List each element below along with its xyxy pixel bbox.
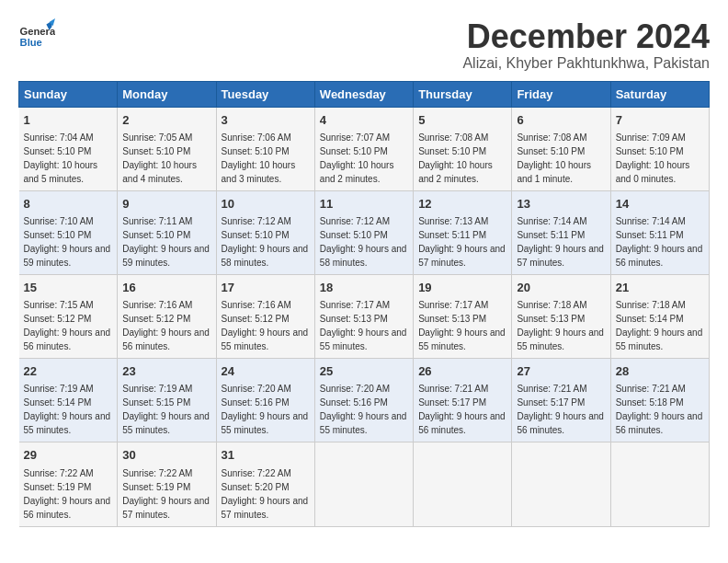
day-info: Sunrise: 7:20 AM Sunset: 5:16 PM Dayligh… — [320, 384, 407, 435]
day-info: Sunrise: 7:07 AM Sunset: 5:10 PM Dayligh… — [320, 132, 394, 184]
calendar-cell: 6Sunrise: 7:08 AM Sunset: 5:10 PM Daylig… — [512, 107, 610, 190]
day-number: 16 — [122, 280, 210, 296]
calendar-cell: 21Sunrise: 7:18 AM Sunset: 5:14 PM Dayli… — [610, 274, 709, 358]
day-info: Sunrise: 7:10 AM Sunset: 5:10 PM Dayligh… — [24, 216, 111, 268]
day-info: Sunrise: 7:14 AM Sunset: 5:11 PM Dayligh… — [517, 216, 604, 268]
weekday-header-sunday: Sunday — [19, 81, 118, 107]
day-number: 3 — [222, 112, 310, 129]
calendar-cell: 19Sunrise: 7:17 AM Sunset: 5:13 PM Dayli… — [414, 274, 512, 358]
svg-text:Blue: Blue — [20, 37, 42, 48]
weekday-header-monday: Monday — [118, 81, 216, 107]
day-number: 25 — [320, 363, 408, 380]
day-number: 18 — [320, 280, 408, 296]
calendar-cell: 16Sunrise: 7:16 AM Sunset: 5:12 PM Dayli… — [118, 274, 216, 358]
day-info: Sunrise: 7:21 AM Sunset: 5:18 PM Dayligh… — [616, 384, 703, 435]
calendar-cell: 2Sunrise: 7:05 AM Sunset: 5:10 PM Daylig… — [118, 107, 216, 190]
location-subtitle: Alizai, Khyber Pakhtunkhwa, Pakistan — [462, 55, 710, 72]
weekday-header-friday: Friday — [512, 81, 610, 107]
calendar-cell: 27Sunrise: 7:21 AM Sunset: 5:17 PM Dayli… — [512, 359, 610, 442]
general-blue-logo-icon: General Blue — [18, 18, 55, 59]
calendar-week-4: 22Sunrise: 7:19 AM Sunset: 5:14 PM Dayli… — [19, 359, 710, 442]
calendar-table: SundayMondayTuesdayWednesdayThursdayFrid… — [18, 81, 710, 527]
calendar-cell: 12Sunrise: 7:13 AM Sunset: 5:11 PM Dayli… — [414, 190, 512, 274]
calendar-cell: 23Sunrise: 7:19 AM Sunset: 5:15 PM Dayli… — [118, 359, 216, 442]
day-info: Sunrise: 7:14 AM Sunset: 5:11 PM Dayligh… — [616, 216, 703, 268]
day-number: 2 — [122, 112, 210, 129]
day-info: Sunrise: 7:11 AM Sunset: 5:10 PM Dayligh… — [122, 216, 210, 268]
day-info: Sunrise: 7:05 AM Sunset: 5:10 PM Dayligh… — [122, 132, 197, 184]
day-info: Sunrise: 7:16 AM Sunset: 5:12 PM Dayligh… — [222, 300, 309, 351]
day-info: Sunrise: 7:22 AM Sunset: 5:19 PM Dayligh… — [122, 468, 210, 520]
calendar-cell: 17Sunrise: 7:16 AM Sunset: 5:12 PM Dayli… — [216, 274, 314, 358]
calendar-cell — [414, 442, 512, 526]
weekday-header-tuesday: Tuesday — [216, 81, 314, 107]
logo: General Blue — [18, 18, 55, 59]
day-info: Sunrise: 7:12 AM Sunset: 5:10 PM Dayligh… — [222, 216, 309, 268]
calendar-body: 1Sunrise: 7:04 AM Sunset: 5:10 PM Daylig… — [19, 107, 710, 526]
day-number: 14 — [616, 196, 704, 213]
calendar-cell — [512, 442, 610, 526]
day-info: Sunrise: 7:08 AM Sunset: 5:10 PM Dayligh… — [517, 132, 591, 184]
calendar-cell: 14Sunrise: 7:14 AM Sunset: 5:11 PM Dayli… — [610, 190, 709, 274]
calendar-cell: 22Sunrise: 7:19 AM Sunset: 5:14 PM Dayli… — [19, 359, 118, 442]
calendar-cell: 31Sunrise: 7:22 AM Sunset: 5:20 PM Dayli… — [216, 442, 314, 526]
day-number: 19 — [418, 280, 506, 296]
day-number: 26 — [418, 363, 506, 380]
calendar-cell: 1Sunrise: 7:04 AM Sunset: 5:10 PM Daylig… — [19, 107, 118, 190]
day-number: 23 — [122, 363, 210, 380]
day-info: Sunrise: 7:18 AM Sunset: 5:13 PM Dayligh… — [517, 300, 604, 351]
day-number: 5 — [418, 112, 506, 129]
day-number: 21 — [616, 280, 704, 296]
day-number: 13 — [517, 196, 605, 213]
day-info: Sunrise: 7:19 AM Sunset: 5:15 PM Dayligh… — [122, 384, 210, 435]
calendar-cell: 9Sunrise: 7:11 AM Sunset: 5:10 PM Daylig… — [118, 190, 216, 274]
calendar-cell: 8Sunrise: 7:10 AM Sunset: 5:10 PM Daylig… — [19, 190, 118, 274]
weekday-header-saturday: Saturday — [610, 81, 709, 107]
weekday-header-wednesday: Wednesday — [314, 81, 413, 107]
day-number: 20 — [517, 280, 605, 296]
calendar-cell: 25Sunrise: 7:20 AM Sunset: 5:16 PM Dayli… — [314, 359, 413, 442]
calendar-cell: 20Sunrise: 7:18 AM Sunset: 5:13 PM Dayli… — [512, 274, 610, 358]
day-info: Sunrise: 7:17 AM Sunset: 5:13 PM Dayligh… — [418, 300, 506, 351]
calendar-cell: 29Sunrise: 7:22 AM Sunset: 5:19 PM Dayli… — [19, 442, 118, 526]
day-number: 6 — [517, 112, 605, 129]
calendar-week-1: 1Sunrise: 7:04 AM Sunset: 5:10 PM Daylig… — [19, 107, 710, 190]
calendar-cell: 30Sunrise: 7:22 AM Sunset: 5:19 PM Dayli… — [118, 442, 216, 526]
day-number: 1 — [24, 112, 113, 129]
title-block: December 2024 Alizai, Khyber Pakhtunkhwa… — [462, 18, 710, 72]
calendar-cell: 15Sunrise: 7:15 AM Sunset: 5:12 PM Dayli… — [19, 274, 118, 358]
month-title: December 2024 — [462, 18, 710, 55]
calendar-cell: 18Sunrise: 7:17 AM Sunset: 5:13 PM Dayli… — [314, 274, 413, 358]
calendar-week-2: 8Sunrise: 7:10 AM Sunset: 5:10 PM Daylig… — [19, 190, 710, 274]
day-info: Sunrise: 7:12 AM Sunset: 5:10 PM Dayligh… — [320, 216, 407, 268]
page-header: General Blue December 2024 Alizai, Khybe… — [18, 18, 710, 72]
day-number: 15 — [24, 280, 113, 296]
day-info: Sunrise: 7:13 AM Sunset: 5:11 PM Dayligh… — [418, 216, 506, 268]
calendar-cell: 13Sunrise: 7:14 AM Sunset: 5:11 PM Dayli… — [512, 190, 610, 274]
calendar-week-3: 15Sunrise: 7:15 AM Sunset: 5:12 PM Dayli… — [19, 274, 710, 358]
day-info: Sunrise: 7:22 AM Sunset: 5:20 PM Dayligh… — [222, 468, 309, 520]
day-info: Sunrise: 7:15 AM Sunset: 5:12 PM Dayligh… — [24, 300, 111, 351]
day-info: Sunrise: 7:21 AM Sunset: 5:17 PM Dayligh… — [517, 384, 604, 435]
calendar-cell: 3Sunrise: 7:06 AM Sunset: 5:10 PM Daylig… — [216, 107, 314, 190]
weekday-row: SundayMondayTuesdayWednesdayThursdayFrid… — [19, 81, 710, 107]
calendar-cell: 28Sunrise: 7:21 AM Sunset: 5:18 PM Dayli… — [610, 359, 709, 442]
day-number: 17 — [222, 280, 310, 296]
calendar-cell: 10Sunrise: 7:12 AM Sunset: 5:10 PM Dayli… — [216, 190, 314, 274]
calendar-cell — [314, 442, 413, 526]
day-info: Sunrise: 7:18 AM Sunset: 5:14 PM Dayligh… — [616, 300, 703, 351]
calendar-cell: 26Sunrise: 7:21 AM Sunset: 5:17 PM Dayli… — [414, 359, 512, 442]
day-number: 12 — [418, 196, 506, 213]
day-number: 8 — [24, 196, 113, 213]
day-number: 30 — [122, 447, 210, 464]
day-number: 4 — [320, 112, 408, 129]
calendar-week-5: 29Sunrise: 7:22 AM Sunset: 5:19 PM Dayli… — [19, 442, 710, 526]
day-number: 29 — [24, 447, 113, 464]
calendar-cell: 4Sunrise: 7:07 AM Sunset: 5:10 PM Daylig… — [314, 107, 413, 190]
day-number: 22 — [24, 363, 113, 380]
calendar-cell — [610, 442, 709, 526]
day-info: Sunrise: 7:16 AM Sunset: 5:12 PM Dayligh… — [122, 300, 210, 351]
day-number: 9 — [122, 196, 210, 213]
day-info: Sunrise: 7:09 AM Sunset: 5:10 PM Dayligh… — [616, 132, 690, 184]
day-number: 31 — [222, 447, 310, 464]
